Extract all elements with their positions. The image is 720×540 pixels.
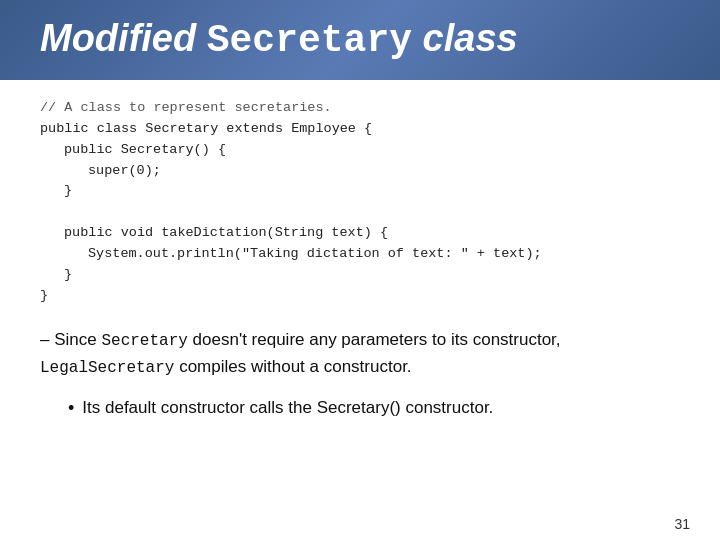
text-after: compiles without a constructor. (174, 357, 411, 376)
explanation-text: – Since Secretary doesn't require any pa… (40, 327, 680, 381)
code-line-comment: // A class to represent secretaries. (40, 98, 680, 119)
slide-header: Modified Secretary class (0, 0, 720, 80)
dash-prefix: – Since (40, 330, 101, 349)
code-line-4: } (40, 181, 680, 202)
slide-title: Modified Secretary class (40, 18, 518, 62)
code-block: // A class to represent secretaries. pub… (40, 98, 680, 307)
code-line-7: } (40, 265, 680, 286)
code-line-6: System.out.println("Taking dictation of … (40, 244, 680, 265)
code-line-3: super(0); (40, 161, 680, 182)
code-line-2: public Secretary() { (40, 140, 680, 161)
inline-secretary-constructor: Secretary() (317, 398, 401, 417)
code-line-8: } (40, 286, 680, 307)
code-line-5: public void takeDictation(String text) { (40, 223, 680, 244)
slide-content: // A class to represent secretaries. pub… (0, 80, 720, 512)
inline-secretary: Secretary (101, 332, 187, 350)
bullet-dot: • (68, 395, 74, 423)
code-line-1: public class Secretary extends Employee … (40, 119, 680, 140)
code-line-blank (40, 202, 680, 223)
bullet-text: Its default constructor calls the Secret… (82, 395, 493, 421)
slide: Modified Secretary class // A class to r… (0, 0, 720, 540)
title-word-class: class (423, 17, 518, 59)
slide-number: 31 (0, 512, 720, 540)
title-word-modified: Modified (40, 17, 196, 59)
title-word-secretary: Secretary (207, 19, 412, 62)
inline-legalsecretary: LegalSecretary (40, 359, 174, 377)
text-middle: doesn't require any parameters to its co… (188, 330, 561, 349)
bullet-item: • Its default constructor calls the Secr… (68, 395, 680, 423)
